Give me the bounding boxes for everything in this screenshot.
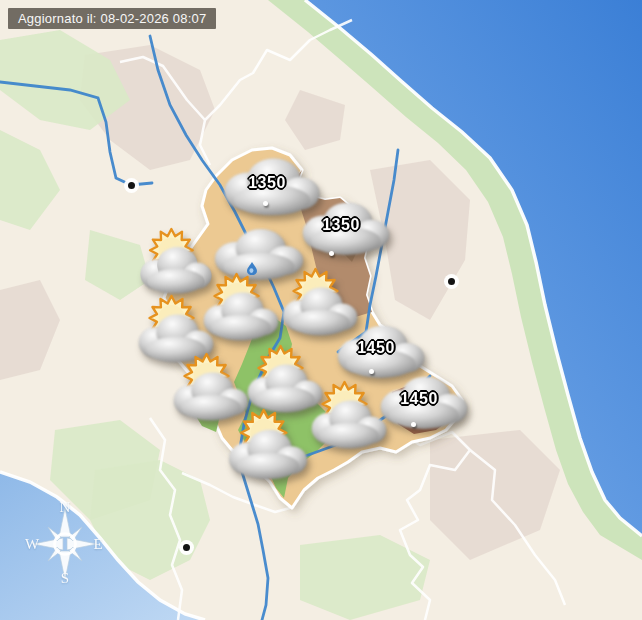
snow-level-label: 1450 — [330, 339, 422, 357]
water-drop-marker — [247, 262, 257, 275]
weather-icon-partly-sunny — [222, 419, 314, 485]
compass-west-label: W — [25, 536, 39, 553]
compass-south-label: S — [61, 570, 69, 587]
village-dot — [369, 369, 374, 374]
town-dot — [128, 182, 135, 189]
cloud-icon — [305, 390, 393, 454]
weather-icon-partly-sunny — [305, 390, 393, 454]
town-dot — [183, 544, 190, 551]
village-dot — [263, 201, 268, 206]
weather-map-page: Aggiornato il: 08-02-2026 08:07 1350 135… — [0, 0, 642, 620]
last-updated-bar: Aggiornato il: 08-02-2026 08:07 — [8, 8, 216, 29]
compass-rose: N E S W — [19, 494, 111, 592]
village-dot — [329, 251, 334, 256]
town-dot — [448, 278, 455, 285]
snow-level-label: 1350 — [216, 174, 318, 192]
village-dot — [411, 422, 416, 427]
cloud-icon — [222, 419, 314, 485]
compass-east-label: E — [93, 536, 102, 553]
compass-north-label: N — [60, 499, 71, 516]
